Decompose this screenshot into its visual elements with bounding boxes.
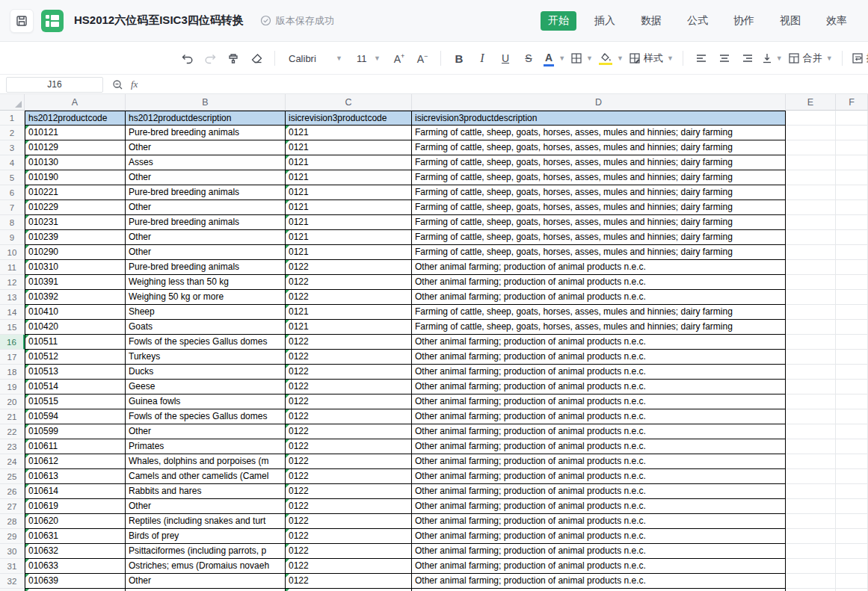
- cell-F3[interactable]: [836, 140, 868, 155]
- cell-F15[interactable]: [836, 320, 868, 335]
- cell-F2[interactable]: [836, 126, 868, 140]
- cell-C11[interactable]: 0122: [286, 260, 412, 275]
- row-header-8[interactable]: 8: [0, 215, 25, 230]
- cell-E25[interactable]: [786, 469, 836, 484]
- cell-E11[interactable]: [786, 260, 836, 275]
- cell-D22[interactable]: Other animal farming; production of anim…: [412, 424, 786, 439]
- tab-data[interactable]: 数据: [633, 11, 669, 31]
- formula-input[interactable]: [138, 75, 868, 93]
- cell-A3[interactable]: 010129: [25, 140, 126, 155]
- cell-A18[interactable]: 010513: [25, 365, 126, 380]
- row-header-21[interactable]: 21: [0, 409, 25, 424]
- strikethrough-button[interactable]: S: [520, 49, 538, 68]
- cell-B8[interactable]: Pure-bred breeding animals: [126, 215, 286, 230]
- cell-E16[interactable]: [786, 335, 836, 350]
- cell-A15[interactable]: 010420: [25, 320, 126, 335]
- cell-F20[interactable]: [836, 394, 868, 409]
- cell-F28[interactable]: [836, 514, 868, 529]
- cell-A2[interactable]: 010121: [25, 126, 126, 140]
- font-size-select[interactable]: 11 ▼: [352, 49, 385, 68]
- cell-E32[interactable]: [786, 574, 836, 589]
- borders-button[interactable]: ▼: [570, 49, 593, 68]
- row-header-26[interactable]: 26: [0, 484, 25, 499]
- row-header-12[interactable]: 12: [0, 275, 25, 290]
- cell-C24[interactable]: 0122: [286, 454, 412, 469]
- cell-B14[interactable]: Sheep: [126, 305, 286, 320]
- cell-C25[interactable]: 0122: [286, 469, 412, 484]
- cell-E12[interactable]: [786, 275, 836, 290]
- row-header-15[interactable]: 15: [0, 320, 25, 335]
- cell-B4[interactable]: Asses: [126, 155, 286, 170]
- cell-B13[interactable]: Weighing 50 kg or more: [126, 290, 286, 305]
- cell-A4[interactable]: 010130: [25, 155, 126, 170]
- cell-D26[interactable]: Other animal farming; production of anim…: [412, 484, 786, 499]
- cell-E9[interactable]: [786, 230, 836, 245]
- cell-A5[interactable]: 010190: [25, 170, 126, 185]
- row-header-14[interactable]: 14: [0, 305, 25, 320]
- cell-E13[interactable]: [786, 290, 836, 305]
- cell-A1[interactable]: hs2012productcode: [25, 111, 126, 126]
- cell-C23[interactable]: 0122: [286, 439, 412, 454]
- row-header-10[interactable]: 10: [0, 245, 25, 260]
- cell-E24[interactable]: [786, 454, 836, 469]
- cell-D31[interactable]: Other animal farming; production of anim…: [412, 559, 786, 574]
- cell-E2[interactable]: [786, 126, 836, 140]
- cell-D5[interactable]: Farming of cattle, sheep, goats, horses,…: [412, 170, 786, 185]
- cell-A32[interactable]: 010639: [25, 574, 126, 589]
- cell-E29[interactable]: [786, 529, 836, 544]
- row-header-9[interactable]: 9: [0, 230, 25, 245]
- cell-B11[interactable]: Pure-bred breeding animals: [126, 260, 286, 275]
- cell-C15[interactable]: 0121: [286, 320, 412, 335]
- cell-C8[interactable]: 0121: [286, 215, 412, 230]
- decrease-font-button[interactable]: A−: [413, 49, 431, 68]
- cell-F23[interactable]: [836, 439, 868, 454]
- row-header-6[interactable]: 6: [0, 185, 25, 200]
- row-header-17[interactable]: 17: [0, 350, 25, 365]
- cell-F26[interactable]: [836, 484, 868, 499]
- cell-D8[interactable]: Farming of cattle, sheep, goats, horses,…: [412, 215, 786, 230]
- cell-F14[interactable]: [836, 305, 868, 320]
- row-header-28[interactable]: 28: [0, 514, 25, 529]
- cell-D13[interactable]: Other animal farming; production of anim…: [412, 290, 786, 305]
- cell-F9[interactable]: [836, 230, 868, 245]
- cell-F25[interactable]: [836, 469, 868, 484]
- cell-D4[interactable]: Farming of cattle, sheep, goats, horses,…: [412, 155, 786, 170]
- cell-D2[interactable]: Farming of cattle, sheep, goats, horses,…: [412, 126, 786, 140]
- cell-E7[interactable]: [786, 200, 836, 215]
- cell-style-button[interactable]: 样式 ▼: [629, 49, 674, 68]
- tab-view[interactable]: 视图: [772, 11, 808, 31]
- cell-A21[interactable]: 010594: [25, 409, 126, 424]
- cell-F13[interactable]: [836, 290, 868, 305]
- cell-D30[interactable]: Other animal farming; production of anim…: [412, 544, 786, 559]
- row-header-31[interactable]: 31: [0, 559, 25, 574]
- cell-B18[interactable]: Ducks: [126, 365, 286, 380]
- cell-C22[interactable]: 0122: [286, 424, 412, 439]
- cell-D32[interactable]: Other animal farming; production of anim…: [412, 574, 786, 589]
- select-all-corner[interactable]: [0, 94, 25, 111]
- cell-C32[interactable]: 0122: [286, 574, 412, 589]
- cell-C7[interactable]: 0121: [286, 200, 412, 215]
- row-header-27[interactable]: 27: [0, 499, 25, 514]
- row-header-24[interactable]: 24: [0, 454, 25, 469]
- cell-A27[interactable]: 010619: [25, 499, 126, 514]
- column-header-A[interactable]: A: [25, 94, 126, 111]
- cell-E31[interactable]: [786, 559, 836, 574]
- row-header-4[interactable]: 4: [0, 155, 25, 170]
- cell-C20[interactable]: 0122: [286, 394, 412, 409]
- cell-A19[interactable]: 010514: [25, 380, 126, 394]
- cell-E22[interactable]: [786, 424, 836, 439]
- row-header-5[interactable]: 5: [0, 170, 25, 185]
- cell-D9[interactable]: Farming of cattle, sheep, goats, horses,…: [412, 230, 786, 245]
- row-header-1[interactable]: 1: [0, 111, 25, 126]
- tab-insert[interactable]: 插入: [587, 11, 623, 31]
- cell-F1[interactable]: [836, 111, 868, 126]
- cell-B21[interactable]: Fowls of the species Gallus domes: [126, 409, 286, 424]
- cell-A6[interactable]: 010221: [25, 185, 126, 200]
- cell-B17[interactable]: Turkeys: [126, 350, 286, 365]
- cell-B16[interactable]: Fowls of the species Gallus domes: [126, 335, 286, 350]
- cell-C4[interactable]: 0121: [286, 155, 412, 170]
- cell-D25[interactable]: Other animal farming; production of anim…: [412, 469, 786, 484]
- cell-D29[interactable]: Other animal farming; production of anim…: [412, 529, 786, 544]
- cell-C9[interactable]: 0121: [286, 230, 412, 245]
- row-header-32[interactable]: 32: [0, 574, 25, 589]
